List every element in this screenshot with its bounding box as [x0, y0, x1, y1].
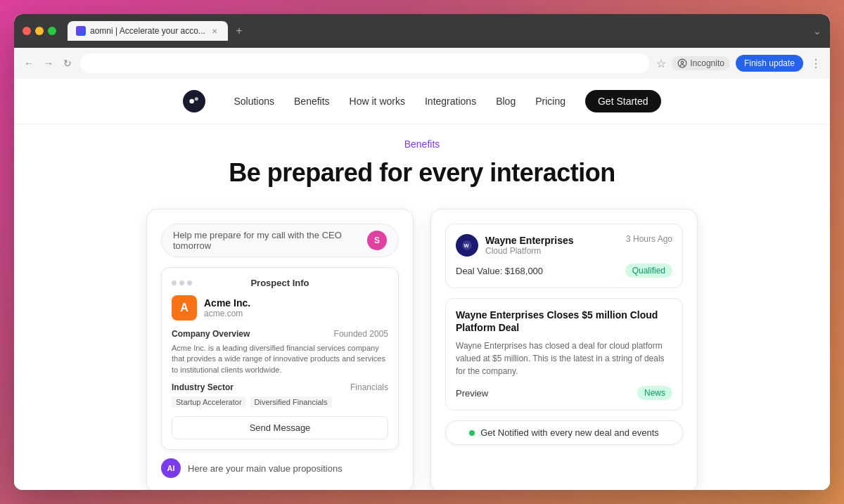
dot-3	[187, 280, 192, 285]
prospect-info-card: Prospect Info A Acme Inc. acme.com Compa…	[161, 267, 399, 450]
news-body: Wayne Enterprises has closed a deal for …	[456, 340, 672, 377]
reload-button[interactable]: ↻	[62, 56, 73, 70]
incognito-label: Incognito	[690, 58, 724, 68]
incognito-icon	[677, 58, 687, 68]
nav-pricing[interactable]: Pricing	[535, 96, 565, 107]
nav-how-it-works[interactable]: How it works	[350, 96, 405, 107]
incognito-badge: Incognito	[672, 56, 730, 70]
svg-text:W: W	[464, 243, 470, 249]
browser-actions: ☆ Incognito Finish update ⋮	[656, 55, 821, 72]
news-footer: Preview News	[456, 386, 672, 400]
active-tab[interactable]: aomni | Accelerate your acco... ✕	[68, 21, 228, 41]
logo-svg	[187, 94, 201, 108]
nav-links: Solutions Benefits How it works Integrat…	[234, 90, 660, 112]
news-card: Wayne Enterprises Closes $5 million Clou…	[445, 298, 683, 411]
browser-window-controls: ⌄	[813, 25, 821, 37]
notify-button-label: Get Notified with every new deal and eve…	[480, 427, 659, 438]
send-message-button[interactable]: Send Message	[172, 416, 388, 439]
wayne-enterprises-logo: W	[456, 234, 478, 257]
notify-button[interactable]: Get Notified with every new deal and eve…	[445, 420, 683, 445]
we-logo-svg: W	[461, 239, 473, 252]
hero-section: Benefits Be prepared for every interacti…	[14, 124, 830, 195]
get-started-button[interactable]: Get Started	[585, 90, 661, 112]
tag-2: Diversified Financials	[250, 396, 332, 408]
chat-user-avatar: S	[367, 231, 387, 250]
industry-value: Financials	[350, 382, 388, 392]
url-bar[interactable]: aomni.com	[80, 53, 649, 73]
nav-solutions[interactable]: Solutions	[234, 96, 274, 107]
industry-row: Industry Sector Financials	[172, 382, 388, 392]
tab-close-button[interactable]: ✕	[210, 26, 219, 36]
deal-company-row: W Wayne Enterprises Cloud Platform	[456, 234, 574, 257]
site-navigation: Solutions Benefits How it works Integrat…	[14, 79, 830, 124]
founded-value: Founded 2005	[334, 329, 388, 339]
browser-titlebar: aomni | Accelerate your acco... ✕ + ⌄	[14, 14, 830, 48]
overview-header: Company Overview Founded 2005	[172, 329, 388, 339]
browser-window: aomni | Accelerate your acco... ✕ + ⌄ ← …	[14, 14, 830, 490]
new-tab-button[interactable]: +	[231, 22, 248, 39]
news-type-badge: News	[637, 386, 672, 400]
overview-label: Company Overview	[172, 329, 250, 339]
forward-button[interactable]: →	[42, 56, 55, 70]
ai-avatar: AI	[161, 458, 181, 478]
left-demo-card: Help me prepare for my call with the CEO…	[146, 209, 414, 490]
svg-point-1	[682, 61, 684, 64]
prospect-card-title: Prospect Info	[250, 278, 309, 288]
qualified-badge: Qualified	[625, 264, 672, 278]
deal-time: 3 Hours Ago	[626, 234, 672, 244]
news-preview-label: Preview	[456, 388, 488, 399]
site-logo-area	[183, 90, 211, 112]
page-wrapper: aomni | Accelerate your acco... ✕ + ⌄ ← …	[0, 0, 844, 504]
deal-header: W Wayne Enterprises Cloud Platform 3 Hou…	[456, 234, 672, 257]
svg-point-2	[190, 99, 195, 104]
deal-platform: Cloud Platform	[485, 246, 574, 256]
nav-integrations[interactable]: Integrations	[425, 96, 476, 107]
nav-benefits[interactable]: Benefits	[294, 96, 330, 107]
company-name: Acme Inc.	[204, 297, 250, 309]
cards-section: Help me prepare for my call with the CEO…	[14, 195, 830, 490]
logo-icon	[183, 90, 205, 112]
tab-favicon-icon	[76, 26, 86, 36]
notify-dot-icon	[469, 430, 475, 436]
company-domain: acme.com	[204, 309, 250, 318]
hero-label: Benefits	[42, 138, 802, 150]
maximize-window-button[interactable]	[48, 27, 56, 35]
company-logo-icon: A	[172, 295, 197, 321]
chat-input-text: Help me prepare for my call with the CEO…	[173, 230, 360, 251]
back-button[interactable]: ←	[23, 56, 35, 70]
page-content: Solutions Benefits How it works Integrat…	[14, 79, 830, 490]
svg-point-3	[195, 97, 198, 101]
tag-1: Startup Accelerator	[172, 396, 246, 408]
company-row: A Acme Inc. acme.com	[172, 295, 388, 321]
bookmark-icon[interactable]: ☆	[656, 57, 666, 70]
industry-label: Industry Sector	[172, 382, 234, 392]
close-window-button[interactable]	[23, 27, 31, 35]
ai-response-text: Here are your main value propositions	[188, 463, 343, 474]
right-demo-card: W Wayne Enterprises Cloud Platform 3 Hou…	[430, 209, 698, 490]
ai-response-row: AI Here are your main value propositions	[161, 458, 399, 478]
finish-update-button[interactable]: Finish update	[736, 55, 803, 72]
nav-blog[interactable]: Blog	[496, 96, 516, 107]
deal-info-card: W Wayne Enterprises Cloud Platform 3 Hou…	[445, 224, 683, 288]
window-dots	[172, 280, 192, 285]
minimize-window-button[interactable]	[35, 27, 44, 35]
tab-bar: aomni | Accelerate your acco... ✕ +	[68, 21, 807, 41]
traffic-lights	[23, 27, 56, 35]
window-expand-icon[interactable]: ⌄	[813, 25, 821, 37]
overview-text: Acme Inc. is a leading diversified finan…	[172, 343, 388, 375]
browser-menu-icon[interactable]: ⋮	[810, 57, 821, 70]
hero-title: Be prepared for every interaction	[42, 158, 802, 188]
news-title: Wayne Enterprises Closes $5 million Clou…	[456, 309, 672, 334]
deal-company-name: Wayne Enterprises	[485, 235, 574, 246]
tab-title: aomni | Accelerate your acco...	[90, 26, 205, 36]
company-info: Acme Inc. acme.com	[204, 297, 250, 318]
prospect-card-header: Prospect Info	[172, 278, 388, 288]
deal-company-info: Wayne Enterprises Cloud Platform	[485, 235, 574, 256]
dot-1	[172, 280, 177, 285]
dot-2	[179, 280, 184, 285]
tags-row: Startup Accelerator Diversified Financia…	[172, 396, 388, 408]
address-bar: ← → ↻ aomni.com ☆ Incognito Finish updat…	[14, 48, 830, 79]
deal-value: Deal Value: $168,000	[456, 266, 543, 276]
deal-value-row: Deal Value: $168,000 Qualified	[456, 264, 672, 278]
chat-input-row: Help me prepare for my call with the CEO…	[161, 224, 399, 257]
